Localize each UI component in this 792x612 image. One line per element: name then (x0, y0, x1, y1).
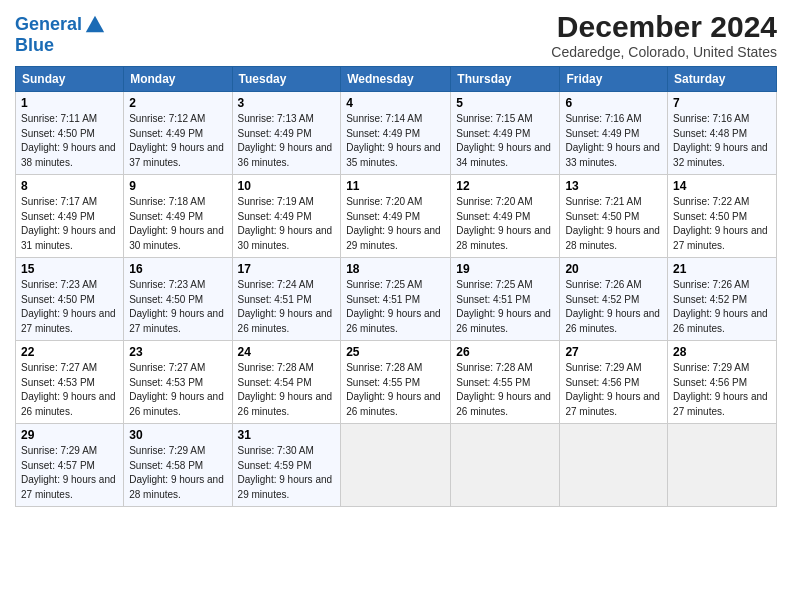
cell-info: Sunrise: 7:12 AMSunset: 4:49 PMDaylight:… (129, 112, 226, 170)
calendar-week-row: 29Sunrise: 7:29 AMSunset: 4:57 PMDayligh… (16, 424, 777, 507)
day-number: 17 (238, 262, 336, 276)
day-number: 6 (565, 96, 662, 110)
cell-info: Sunrise: 7:17 AMSunset: 4:49 PMDaylight:… (21, 195, 118, 253)
cell-info: Sunrise: 7:28 AMSunset: 4:54 PMDaylight:… (238, 361, 336, 419)
day-number: 31 (238, 428, 336, 442)
cell-info: Sunrise: 7:16 AMSunset: 4:48 PMDaylight:… (673, 112, 771, 170)
cell-info: Sunrise: 7:24 AMSunset: 4:51 PMDaylight:… (238, 278, 336, 336)
calendar-cell (560, 424, 668, 507)
calendar-week-row: 8Sunrise: 7:17 AMSunset: 4:49 PMDaylight… (16, 175, 777, 258)
cell-info: Sunrise: 7:14 AMSunset: 4:49 PMDaylight:… (346, 112, 445, 170)
day-number: 25 (346, 345, 445, 359)
calendar-cell: 12Sunrise: 7:20 AMSunset: 4:49 PMDayligh… (451, 175, 560, 258)
cell-info: Sunrise: 7:20 AMSunset: 4:49 PMDaylight:… (456, 195, 554, 253)
calendar-cell: 25Sunrise: 7:28 AMSunset: 4:55 PMDayligh… (341, 341, 451, 424)
day-number: 14 (673, 179, 771, 193)
calendar-cell: 16Sunrise: 7:23 AMSunset: 4:50 PMDayligh… (124, 258, 232, 341)
logo-icon (84, 14, 106, 36)
cell-info: Sunrise: 7:11 AMSunset: 4:50 PMDaylight:… (21, 112, 118, 170)
cell-info: Sunrise: 7:29 AMSunset: 4:56 PMDaylight:… (565, 361, 662, 419)
subtitle: Cedaredge, Colorado, United States (551, 44, 777, 60)
day-number: 20 (565, 262, 662, 276)
cell-info: Sunrise: 7:22 AMSunset: 4:50 PMDaylight:… (673, 195, 771, 253)
calendar-cell: 7Sunrise: 7:16 AMSunset: 4:48 PMDaylight… (668, 92, 777, 175)
cell-info: Sunrise: 7:15 AMSunset: 4:49 PMDaylight:… (456, 112, 554, 170)
logo: General Blue (15, 14, 106, 56)
calendar-cell: 1Sunrise: 7:11 AMSunset: 4:50 PMDaylight… (16, 92, 124, 175)
calendar-table: SundayMondayTuesdayWednesdayThursdayFrid… (15, 66, 777, 507)
day-number: 16 (129, 262, 226, 276)
day-of-week-header: Sunday (16, 67, 124, 92)
calendar-cell (451, 424, 560, 507)
cell-info: Sunrise: 7:29 AMSunset: 4:56 PMDaylight:… (673, 361, 771, 419)
day-number: 9 (129, 179, 226, 193)
cell-info: Sunrise: 7:21 AMSunset: 4:50 PMDaylight:… (565, 195, 662, 253)
calendar-cell: 8Sunrise: 7:17 AMSunset: 4:49 PMDaylight… (16, 175, 124, 258)
day-number: 19 (456, 262, 554, 276)
cell-info: Sunrise: 7:25 AMSunset: 4:51 PMDaylight:… (346, 278, 445, 336)
cell-info: Sunrise: 7:27 AMSunset: 4:53 PMDaylight:… (21, 361, 118, 419)
cell-info: Sunrise: 7:26 AMSunset: 4:52 PMDaylight:… (565, 278, 662, 336)
day-number: 24 (238, 345, 336, 359)
cell-info: Sunrise: 7:13 AMSunset: 4:49 PMDaylight:… (238, 112, 336, 170)
calendar-cell: 30Sunrise: 7:29 AMSunset: 4:58 PMDayligh… (124, 424, 232, 507)
cell-info: Sunrise: 7:29 AMSunset: 4:57 PMDaylight:… (21, 444, 118, 502)
cell-info: Sunrise: 7:23 AMSunset: 4:50 PMDaylight:… (21, 278, 118, 336)
day-number: 7 (673, 96, 771, 110)
day-of-week-header: Friday (560, 67, 668, 92)
logo-text2: Blue (15, 36, 54, 56)
day-number: 27 (565, 345, 662, 359)
calendar-body: 1Sunrise: 7:11 AMSunset: 4:50 PMDaylight… (16, 92, 777, 507)
day-of-week-header: Wednesday (341, 67, 451, 92)
calendar-cell: 9Sunrise: 7:18 AMSunset: 4:49 PMDaylight… (124, 175, 232, 258)
page: General Blue December 2024 Cedaredge, Co… (0, 0, 792, 517)
cell-info: Sunrise: 7:23 AMSunset: 4:50 PMDaylight:… (129, 278, 226, 336)
cell-info: Sunrise: 7:30 AMSunset: 4:59 PMDaylight:… (238, 444, 336, 502)
cell-info: Sunrise: 7:25 AMSunset: 4:51 PMDaylight:… (456, 278, 554, 336)
calendar-cell: 27Sunrise: 7:29 AMSunset: 4:56 PMDayligh… (560, 341, 668, 424)
calendar-cell: 18Sunrise: 7:25 AMSunset: 4:51 PMDayligh… (341, 258, 451, 341)
day-number: 26 (456, 345, 554, 359)
day-number: 3 (238, 96, 336, 110)
calendar-cell: 23Sunrise: 7:27 AMSunset: 4:53 PMDayligh… (124, 341, 232, 424)
day-number: 5 (456, 96, 554, 110)
day-number: 11 (346, 179, 445, 193)
calendar-cell: 2Sunrise: 7:12 AMSunset: 4:49 PMDaylight… (124, 92, 232, 175)
calendar-week-row: 22Sunrise: 7:27 AMSunset: 4:53 PMDayligh… (16, 341, 777, 424)
calendar-cell (341, 424, 451, 507)
calendar-cell: 5Sunrise: 7:15 AMSunset: 4:49 PMDaylight… (451, 92, 560, 175)
header: General Blue December 2024 Cedaredge, Co… (15, 10, 777, 60)
day-number: 1 (21, 96, 118, 110)
svg-marker-0 (86, 16, 104, 33)
calendar-cell: 21Sunrise: 7:26 AMSunset: 4:52 PMDayligh… (668, 258, 777, 341)
calendar-cell: 11Sunrise: 7:20 AMSunset: 4:49 PMDayligh… (341, 175, 451, 258)
calendar-week-row: 1Sunrise: 7:11 AMSunset: 4:50 PMDaylight… (16, 92, 777, 175)
day-number: 28 (673, 345, 771, 359)
calendar-cell: 14Sunrise: 7:22 AMSunset: 4:50 PMDayligh… (668, 175, 777, 258)
day-number: 18 (346, 262, 445, 276)
cell-info: Sunrise: 7:19 AMSunset: 4:49 PMDaylight:… (238, 195, 336, 253)
day-of-week-header: Saturday (668, 67, 777, 92)
day-of-week-header: Thursday (451, 67, 560, 92)
cell-info: Sunrise: 7:29 AMSunset: 4:58 PMDaylight:… (129, 444, 226, 502)
calendar-cell: 19Sunrise: 7:25 AMSunset: 4:51 PMDayligh… (451, 258, 560, 341)
logo-text: General (15, 15, 82, 35)
day-of-week-header: Tuesday (232, 67, 341, 92)
day-number: 13 (565, 179, 662, 193)
calendar-cell: 22Sunrise: 7:27 AMSunset: 4:53 PMDayligh… (16, 341, 124, 424)
day-number: 15 (21, 262, 118, 276)
calendar-cell: 28Sunrise: 7:29 AMSunset: 4:56 PMDayligh… (668, 341, 777, 424)
day-of-week-row: SundayMondayTuesdayWednesdayThursdayFrid… (16, 67, 777, 92)
calendar-cell: 3Sunrise: 7:13 AMSunset: 4:49 PMDaylight… (232, 92, 341, 175)
cell-info: Sunrise: 7:18 AMSunset: 4:49 PMDaylight:… (129, 195, 226, 253)
calendar-cell: 6Sunrise: 7:16 AMSunset: 4:49 PMDaylight… (560, 92, 668, 175)
calendar-cell: 10Sunrise: 7:19 AMSunset: 4:49 PMDayligh… (232, 175, 341, 258)
calendar-cell: 4Sunrise: 7:14 AMSunset: 4:49 PMDaylight… (341, 92, 451, 175)
title-area: December 2024 Cedaredge, Colorado, Unite… (551, 10, 777, 60)
cell-info: Sunrise: 7:28 AMSunset: 4:55 PMDaylight:… (346, 361, 445, 419)
day-number: 30 (129, 428, 226, 442)
calendar-cell (668, 424, 777, 507)
cell-info: Sunrise: 7:26 AMSunset: 4:52 PMDaylight:… (673, 278, 771, 336)
day-number: 12 (456, 179, 554, 193)
cell-info: Sunrise: 7:27 AMSunset: 4:53 PMDaylight:… (129, 361, 226, 419)
